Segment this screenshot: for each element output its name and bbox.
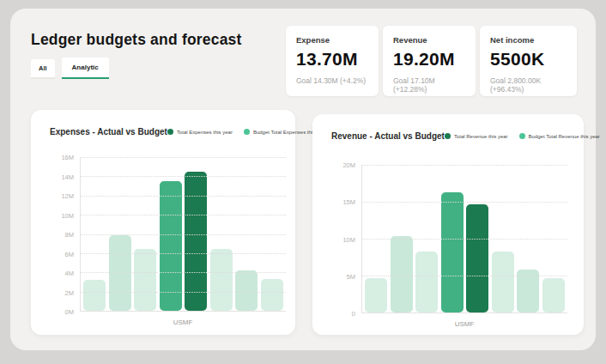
expenses-chart-card: Expenses - Actual vs Budget Total Expens… [31, 110, 295, 335]
bar-pale[interactable] [415, 252, 438, 312]
y-tick-label: 10M [61, 212, 74, 220]
chart-legend: Total Expenses this year Budget Total Ex… [167, 129, 327, 135]
y-tick-label: 16M [61, 154, 74, 161]
kpi-card-net-income[interactable]: Net income 5500K Goal 2,800.00K (+96.43%… [480, 26, 577, 96]
bar-medium[interactable] [441, 192, 464, 312]
legend-label: Budget Total Revenue this year [529, 134, 600, 139]
bar-pale2[interactable] [391, 236, 413, 312]
bar-pale[interactable] [542, 278, 565, 312]
page-title: Ledger budgets and forecast [31, 31, 242, 49]
kpi-label: Net income [490, 35, 567, 45]
gridline [81, 234, 286, 235]
legend-label: Total Revenue this year [454, 134, 508, 139]
y-tick-label: 6M [65, 251, 74, 258]
main-panel: Ledger budgets and forecast All Analytic… [10, 9, 596, 350]
kpi-value: 13.70M [296, 49, 368, 70]
kpi-label: Expense [296, 35, 368, 45]
y-tick-label: 8M [65, 231, 74, 239]
chart-legend: Total Revenue this year Budget Total Rev… [445, 133, 600, 139]
gridline [362, 239, 567, 240]
bar-pale[interactable] [83, 280, 106, 311]
kpi-label: Revenue [393, 35, 465, 45]
legend-dot-light-green [244, 129, 250, 135]
x-axis-label: USMF [80, 318, 286, 326]
y-axis-ticks: 20M15M10M5M0 [316, 165, 355, 313]
chart-header: Revenue - Actual vs Budget Total Revenue… [331, 131, 575, 141]
bar-dark[interactable] [466, 204, 488, 312]
gridline [81, 215, 286, 215]
kpi-goal: Goal 2,800.00K (+96.43%) [490, 76, 567, 94]
bar-dark[interactable] [185, 172, 207, 311]
kpi-goal: Goal 14.30M (+4.2%) [296, 76, 368, 85]
legend-item-actual[interactable]: Total Revenue this year [445, 133, 508, 139]
tab-analytic[interactable]: Analytic [62, 58, 109, 79]
bar-pale2[interactable] [235, 270, 258, 311]
gridline [81, 292, 286, 293]
chart-header: Expenses - Actual vs Budget Total Expens… [50, 127, 287, 136]
gridline [81, 272, 286, 273]
y-axis-ticks: 16M14M12M10M8M6M4M2M0M [34, 157, 74, 312]
gridline [81, 196, 286, 197]
revenue-chart-card: Revenue - Actual vs Budget Total Revenue… [312, 114, 584, 335]
bar-pale[interactable] [261, 279, 283, 311]
bar-pale[interactable] [134, 249, 156, 311]
gridline [362, 165, 567, 166]
y-tick-label: 5M [347, 273, 355, 281]
legend-dot-dark-green [445, 133, 451, 139]
bar-pale[interactable] [365, 278, 387, 312]
y-tick-label: 12M [61, 192, 74, 200]
tab-all[interactable]: All [31, 59, 55, 79]
legend-dot-light-green [519, 133, 525, 139]
y-tick-label: 10M [342, 236, 355, 244]
legend-item-actual[interactable]: Total Expenses this year [167, 129, 233, 135]
y-tick-label: 20M [342, 161, 355, 169]
legend-dot-dark-green [167, 129, 173, 135]
kpi-card-revenue[interactable]: Revenue 19.20M Goal 17.10M (+12.28%) [383, 26, 476, 96]
gridline [362, 202, 567, 203]
gridline [81, 253, 286, 254]
kpi-value: 5500K [490, 49, 567, 70]
kpi-row: Expense 13.70M Goal 14.30M (+4.2%) Reven… [286, 26, 577, 96]
gridline [362, 276, 567, 276]
chart-title: Expenses - Actual vs Budget [50, 127, 167, 136]
plot-area [80, 157, 286, 312]
kpi-goal: Goal 17.10M (+12.28%) [393, 76, 465, 94]
y-tick-label: 4M [65, 270, 74, 277]
gridline [81, 176, 286, 177]
tab-bar: All Analytic [31, 58, 109, 79]
y-tick-label: 14M [61, 173, 74, 181]
x-axis-label: USMF [361, 320, 567, 328]
gridline [81, 157, 286, 158]
legend-label: Total Expenses this year [177, 130, 233, 135]
bar-pale[interactable] [492, 252, 514, 312]
y-tick-label: 0M [65, 308, 74, 316]
legend-item-budget[interactable]: Budget Total Revenue this year [519, 133, 600, 139]
kpi-card-expense[interactable]: Expense 13.70M Goal 14.30M (+4.2%) [286, 26, 379, 96]
kpi-value: 19.20M [393, 49, 465, 70]
plot-area [361, 165, 567, 313]
y-tick-label: 2M [65, 289, 74, 297]
bar-pale[interactable] [210, 249, 233, 311]
chart-title: Revenue - Actual vs Budget [331, 131, 445, 141]
y-tick-label: 0 [352, 310, 355, 318]
y-tick-label: 15M [342, 198, 355, 206]
